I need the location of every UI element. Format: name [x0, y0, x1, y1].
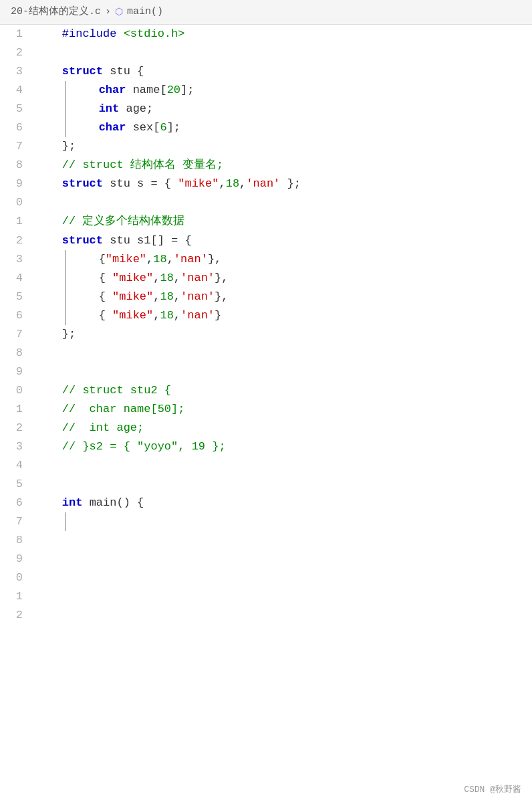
code-line-4: char name[20];: [35, 81, 532, 100]
breadcrumb-bar: 20-结构体的定义.c › ⬡ main(): [0, 0, 532, 25]
ln-4: 4: [3, 81, 23, 100]
code-line-11: // 定义多个结构体数据: [35, 212, 532, 231]
line-number-column: 1 2 3 4 5 6 7 8 9 0 1 2 3 4 5 6 7 8 9 0 …: [0, 25, 28, 625]
ln-7: 7: [3, 137, 23, 156]
ln-10: 0: [3, 193, 23, 212]
code-line-15: { "mike",18,'nan'},: [35, 288, 532, 306]
ln-8: 8: [3, 156, 23, 175]
code-line-6: char sex[6];: [35, 118, 532, 137]
code-line-17: };: [35, 325, 532, 344]
ln-30: 0: [3, 569, 23, 587]
code-body: #include <stdio.h> struct stu { char nam…: [28, 25, 532, 625]
ln-12: 2: [3, 231, 23, 250]
code-line-22: // int age;: [35, 419, 532, 437]
code-line-5: int age;: [35, 100, 532, 118]
ln-32: 2: [3, 606, 23, 625]
code-line-10: [35, 193, 532, 212]
ln-16: 6: [3, 306, 23, 325]
code-line-24: [35, 456, 532, 475]
code-line-16: { "mike",18,'nan'}: [35, 306, 532, 325]
ln-2: 2: [3, 43, 23, 62]
code-line-8: // struct 结构体名 变量名;: [35, 156, 532, 175]
code-line-20: // struct stu2 {: [35, 381, 532, 400]
code-line-2: [35, 43, 532, 62]
ln-29: 9: [3, 550, 23, 569]
ln-24: 4: [3, 456, 23, 475]
code-editor: 1 2 3 4 5 6 7 8 9 0 1 2 3 4 5 6 7 8 9 0 …: [0, 25, 532, 625]
breadcrumb-text: 20-结构体的定义.c: [11, 4, 101, 20]
code-line-18: [35, 344, 532, 363]
ln-14: 4: [3, 269, 23, 288]
ln-19: 9: [3, 363, 23, 381]
ln-20: 0: [3, 381, 23, 400]
ln-6: 6: [3, 118, 23, 137]
ln-1: 1: [3, 25, 23, 43]
function-name: main(): [127, 4, 163, 20]
ln-5: 5: [3, 100, 23, 118]
ln-21: 1: [3, 400, 23, 419]
path-icon: ⬡: [115, 5, 123, 19]
ln-9: 9: [3, 175, 23, 193]
ln-31: 1: [3, 587, 23, 606]
code-line-12: struct stu s1[] = {: [35, 231, 532, 250]
ln-28: 8: [3, 531, 23, 550]
ln-26: 6: [3, 494, 23, 512]
code-line-3: struct stu {: [35, 62, 532, 81]
code-line-23: // }s2 = { "yoyo", 19 };: [35, 437, 532, 456]
code-line-9: struct stu s = { "mike",18,'nan' };: [35, 175, 532, 193]
ln-11: 1: [3, 212, 23, 231]
code-line-19: [35, 363, 532, 381]
ln-22: 2: [3, 419, 23, 437]
code-line-14: { "mike",18,'nan'},: [35, 269, 532, 288]
ln-27: 7: [3, 512, 23, 531]
code-line-27: [35, 512, 532, 531]
path-separator: ›: [105, 4, 111, 20]
code-line-7: };: [35, 137, 532, 156]
ln-25: 5: [3, 475, 23, 494]
ln-18: 8: [3, 344, 23, 363]
ln-13: 3: [3, 250, 23, 269]
code-line-26: int main() {: [35, 494, 532, 512]
code-line-1: #include <stdio.h>: [35, 25, 532, 43]
code-line-13: {"mike",18,'nan'},: [35, 250, 532, 269]
ln-17: 7: [3, 325, 23, 344]
code-line-21: // char name[50];: [35, 400, 532, 419]
ln-23: 3: [3, 437, 23, 456]
ln-15: 5: [3, 288, 23, 306]
ln-3: 3: [3, 62, 23, 81]
code-line-25: [35, 475, 532, 494]
